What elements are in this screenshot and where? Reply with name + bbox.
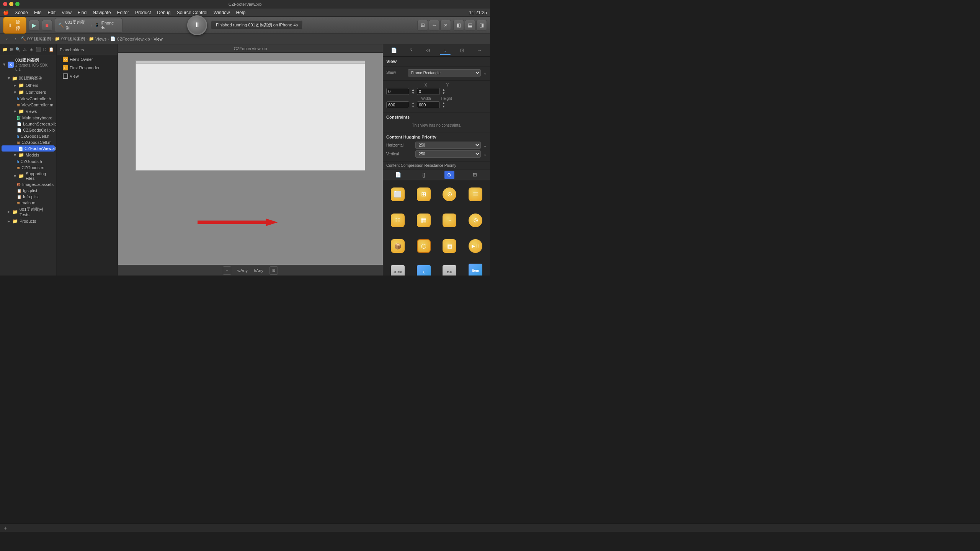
obj-cell-11[interactable]: ▦: [438, 235, 462, 259]
sidebar-item-models[interactable]: ▶ 📁 Models: [0, 152, 56, 158]
test-nav-icon[interactable]: ◈: [28, 46, 35, 54]
sidebar-item-czgoodscell-m[interactable]: m CZGoodsCell.m: [0, 139, 56, 145]
obj-cell-9[interactable]: 📦: [385, 235, 410, 259]
close-button[interactable]: [3, 2, 7, 6]
vertical-select[interactable]: 250: [415, 150, 481, 158]
nav-first-responder[interactable]: R First Responder: [57, 64, 118, 72]
height-input[interactable]: [417, 101, 440, 108]
menu-xcode[interactable]: Xcode: [15, 10, 28, 15]
show-select[interactable]: Frame Rectangle: [408, 69, 481, 77]
navigator-toggle[interactable]: ◧: [453, 20, 464, 31]
zoom-button[interactable]: [15, 2, 20, 6]
width-input[interactable]: [386, 101, 409, 108]
menu-source-control[interactable]: Source Control: [177, 10, 207, 15]
connections-inspector-icon[interactable]: →: [474, 46, 485, 55]
sidebar-item-viewcontroller-h[interactable]: h ViewController.h: [0, 96, 56, 102]
obj-cell-5[interactable]: ☷: [385, 209, 410, 233]
sidebar-item-czgoods-h[interactable]: h CZGoods.h: [0, 158, 56, 165]
view-canvas[interactable]: [136, 64, 365, 171]
assistant-editor-button[interactable]: ↔: [429, 20, 439, 31]
issue-nav-icon[interactable]: ⚠: [21, 46, 28, 54]
breadcrumb-file[interactable]: CZFooterView.xib: [117, 37, 150, 41]
breakpoint-nav-icon[interactable]: ⬡: [41, 46, 48, 54]
menu-file[interactable]: File: [34, 10, 41, 15]
obj-cell-3[interactable]: ⊙: [438, 183, 462, 207]
apple-menu[interactable]: 🍎: [3, 10, 9, 15]
nav-view[interactable]: View: [57, 72, 118, 80]
obj-cell-nav-bar[interactable]: ◁ Title: [385, 260, 410, 276]
canvas-size-toggle[interactable]: ⊞: [270, 266, 278, 275]
standard-editor-button[interactable]: ⊞: [417, 20, 428, 31]
obj-cell-10[interactable]: ⬡: [412, 235, 436, 259]
sidebar-item-others[interactable]: ▶ 📁 Others: [0, 82, 56, 89]
obj-cell-1[interactable]: ⬜: [385, 183, 410, 207]
obj-cell-12[interactable]: ▶⏸: [463, 235, 488, 259]
version-editor-button[interactable]: ⤧: [440, 20, 451, 31]
debug-nav-icon[interactable]: ⬛: [35, 46, 41, 54]
menu-edit[interactable]: Edit: [47, 10, 56, 15]
x-input[interactable]: [386, 88, 409, 95]
sidebar-item-images-xcassets[interactable]: 🖼 Images.xcassets: [0, 181, 56, 187]
horizontal-chevron[interactable]: ⌄: [483, 143, 487, 148]
debug-toggle[interactable]: ⬓: [465, 20, 475, 31]
menu-debug[interactable]: Debug: [157, 10, 170, 15]
sidebar-item-czgoodscell-xib[interactable]: 📄 CZGoodsCell.xib: [0, 127, 56, 133]
file-inspector-icon[interactable]: 📄: [389, 46, 399, 55]
menu-help[interactable]: Help: [236, 10, 245, 15]
nav-back-button[interactable]: ‹: [3, 35, 11, 43]
obj-cell-6[interactable]: ▦: [412, 209, 436, 233]
log-nav-icon[interactable]: 📋: [48, 46, 55, 54]
object-library-icon[interactable]: ⊙: [444, 171, 454, 179]
vcs-nav-icon[interactable]: ⊞: [8, 46, 15, 54]
search-nav-icon[interactable]: 🔍: [15, 46, 21, 54]
sidebar-item-viewcontroller-m[interactable]: m ViewController.m: [0, 102, 56, 108]
code-snippet-icon[interactable]: {}: [419, 171, 429, 179]
group-main[interactable]: ▶ 📁 001团购案例: [0, 75, 56, 82]
obj-cell-2[interactable]: ⊞: [412, 183, 436, 207]
nav-files-owner[interactable]: O File's Owner: [57, 55, 118, 64]
obj-cell-7[interactable]: ···: [438, 209, 462, 233]
sidebar-item-info-plist[interactable]: 📋 Info.plist: [0, 194, 56, 200]
x-stepper[interactable]: ▲▼: [412, 88, 415, 95]
height-stepper[interactable]: ▲▼: [442, 102, 445, 108]
sidebar-item-launchscreen[interactable]: 📄 LaunchScreen.xib: [0, 121, 56, 127]
sidebar-item-supporting-files[interactable]: ▶ 📁 Supporting Files: [0, 171, 56, 181]
obj-cell-4[interactable]: ☰: [463, 183, 488, 207]
sidebar-item-tgs-plist[interactable]: 📋 tgs.plist: [0, 187, 56, 194]
nav-forward-button[interactable]: ›: [12, 35, 20, 43]
width-stepper[interactable]: ▲▼: [412, 102, 415, 108]
obj-cell-8[interactable]: ⊚: [463, 209, 488, 233]
quick-help-icon[interactable]: ?: [406, 46, 416, 55]
obj-cell-edit-btn[interactable]: Edit: [438, 260, 462, 276]
horizontal-select[interactable]: 250: [415, 142, 481, 149]
run-button[interactable]: ▶: [29, 20, 39, 31]
stop-button[interactable]: ■: [42, 20, 52, 31]
media-library-icon[interactable]: ⊞: [470, 171, 480, 179]
sidebar-item-tests[interactable]: ▶ 📁 001团购案例Tests: [0, 206, 56, 218]
menu-navigate[interactable]: Navigate: [93, 10, 111, 15]
sidebar-item-czfooterview[interactable]: 📄 CZFooterView.xib: [2, 145, 55, 152]
sidebar-item-controllers[interactable]: ▶ 📁 Controllers: [0, 89, 56, 96]
vertical-chevron[interactable]: ⌄: [483, 152, 487, 157]
minimize-button[interactable]: [9, 2, 13, 6]
project-header[interactable]: ▶ X 001团购案例 2 targets, iOS SDK 8.1: [0, 55, 56, 74]
inspector-toggle[interactable]: ◨: [476, 20, 487, 31]
identity-inspector-icon[interactable]: ⊙: [423, 46, 433, 55]
breadcrumb-view[interactable]: View: [154, 37, 163, 41]
menu-find[interactable]: Find: [78, 10, 87, 15]
obj-cell-item[interactable]: Item Item: [463, 260, 488, 276]
canvas-content[interactable]: [118, 53, 383, 265]
sidebar-item-main-m[interactable]: m main.m: [0, 200, 56, 206]
show-chevron[interactable]: ⌄: [483, 70, 487, 76]
attributes-inspector-icon[interactable]: ↓: [440, 46, 451, 55]
breadcrumb-views[interactable]: Views: [95, 37, 106, 41]
sidebar-item-products[interactable]: ▶ 📁 Products: [0, 218, 56, 225]
y-stepper[interactable]: ▲▼: [442, 88, 445, 95]
y-input[interactable]: [417, 88, 440, 95]
menu-view[interactable]: View: [62, 10, 72, 15]
sidebar-item-czgoods-m[interactable]: m CZGoods.m: [0, 165, 56, 171]
file-nav-icon[interactable]: 📁: [2, 46, 8, 54]
menu-window[interactable]: Window: [214, 10, 230, 15]
sidebar-item-views[interactable]: ▶ 📁 Views: [0, 108, 56, 115]
breadcrumb-folder1[interactable]: 001团购案例: [61, 36, 85, 42]
